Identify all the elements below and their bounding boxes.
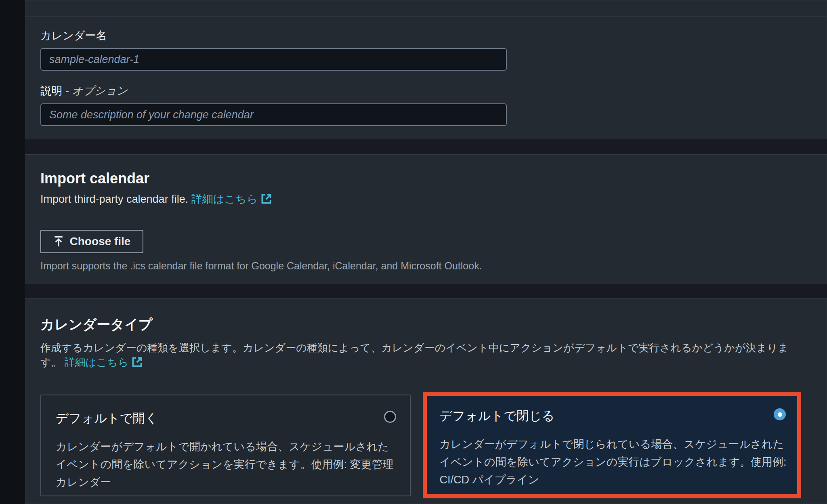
calendar-type-tiles: デフォルトで開く カレンダーがデフォルトで開かれている場合、スケジュールされたイ… bbox=[40, 392, 801, 498]
tile-open-by-default[interactable]: デフォルトで開く カレンダーがデフォルトで開かれている場合、スケジュールされたイ… bbox=[40, 395, 411, 496]
calendar-type-description: 作成するカレンダーの種類を選択します。カレンダーの種類によって、カレンダーのイベ… bbox=[40, 340, 801, 370]
import-calendar-subtitle: Import third-party calendar file. 詳細はこちら bbox=[40, 192, 811, 206]
external-link-icon bbox=[261, 193, 272, 204]
type-learn-more-label: 詳細はこちら bbox=[65, 356, 128, 368]
description-input[interactable] bbox=[40, 103, 507, 126]
tile-closed-description: カレンダーがデフォルトで閉じられている場合、スケジュールされたイベントの間を除い… bbox=[440, 435, 787, 489]
import-subtitle-text: Import third-party calendar file. bbox=[40, 193, 188, 205]
card-header-divider bbox=[25, 0, 827, 17]
main-content: カレンダー名 説明 - オプション Import calendar Import… bbox=[25, 0, 827, 504]
radio-open-by-default[interactable] bbox=[384, 411, 396, 423]
tile-closed-by-default[interactable]: デフォルトで閉じる カレンダーがデフォルトで閉じられている場合、スケジュールされ… bbox=[423, 392, 801, 498]
calendar-details-card: カレンダー名 説明 - オプション bbox=[25, 0, 827, 139]
upload-icon bbox=[53, 236, 64, 247]
description-label-text: 説明 bbox=[40, 85, 62, 97]
radio-closed-by-default[interactable] bbox=[774, 408, 786, 420]
choose-file-label: Choose file bbox=[70, 235, 131, 248]
calendar-type-card: カレンダータイプ 作成するカレンダーの種類を選択します。カレンダーの種類によって… bbox=[25, 298, 827, 504]
tile-open-description: カレンダーがデフォルトで開かれている場合、スケジュールされたイベントの間を除いて… bbox=[56, 438, 396, 491]
tile-closed-title: デフォルトで閉じる bbox=[440, 407, 787, 424]
calendar-type-title: カレンダータイプ bbox=[40, 315, 801, 334]
calendar-name-label-text: カレンダー名 bbox=[40, 29, 107, 42]
calendar-type-description-text: 作成するカレンダーの種類を選択します。カレンダーの種類によって、カレンダーのイベ… bbox=[40, 342, 788, 368]
import-learn-more-label: 詳細はこちら bbox=[191, 193, 258, 205]
external-link-icon bbox=[132, 357, 143, 368]
import-learn-more-link[interactable]: 詳細はこちら bbox=[191, 193, 272, 205]
type-learn-more-link[interactable]: 詳細はこちら bbox=[65, 356, 143, 368]
import-calendar-card: Import calendar Import third-party calen… bbox=[25, 154, 827, 284]
description-label: 説明 - オプション bbox=[40, 84, 827, 98]
description-optional-text: - オプション bbox=[65, 85, 128, 97]
tile-open-title: デフォルトで開く bbox=[56, 410, 396, 427]
page-left-edge bbox=[0, 0, 25, 504]
import-calendar-title: Import calendar bbox=[40, 170, 811, 187]
page: カレンダー名 説明 - オプション Import calendar Import… bbox=[0, 0, 827, 504]
calendar-name-input[interactable] bbox=[40, 48, 507, 71]
import-helper-text: Import supports the .ics calendar file f… bbox=[40, 260, 811, 272]
calendar-name-label: カレンダー名 bbox=[40, 28, 827, 43]
choose-file-button[interactable]: Choose file bbox=[40, 230, 143, 253]
